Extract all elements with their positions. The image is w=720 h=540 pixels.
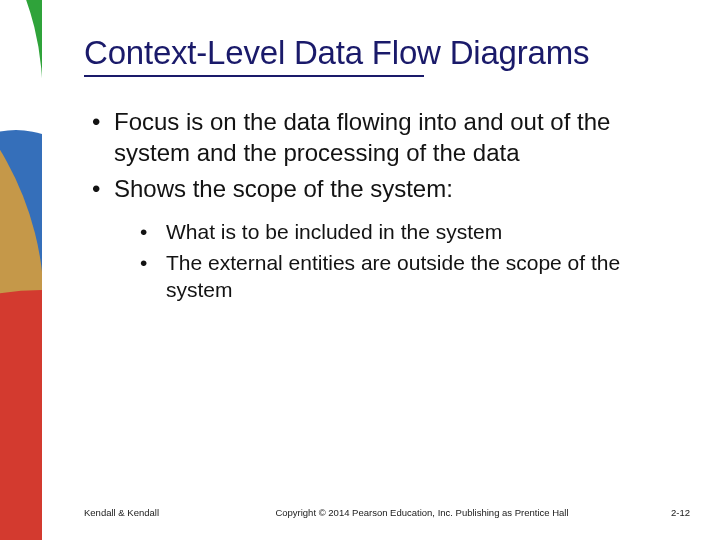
title-underline — [84, 75, 424, 77]
footer-page-number: 2-12 — [630, 507, 690, 518]
bullet-item: Shows the scope of the system: What is t… — [84, 174, 690, 303]
footer-copyright: Copyright © 2014 Pearson Education, Inc.… — [214, 507, 630, 518]
sub-bullet-item: What is to be included in the system — [138, 219, 690, 246]
slide-body: Focus is on the data flowing into and ou… — [84, 107, 690, 518]
footer-authors: Kendall & Kendall — [84, 507, 214, 518]
title-block: Context-Level Data Flow Diagrams — [84, 34, 690, 77]
footer: Kendall & Kendall Copyright © 2014 Pears… — [84, 507, 690, 518]
bullet-item: Focus is on the data flowing into and ou… — [84, 107, 690, 168]
sub-bullet-item: The external entities are outside the sc… — [138, 250, 690, 304]
sub-bullet-text: What is to be included in the system — [166, 220, 502, 243]
bullet-text: Focus is on the data flowing into and ou… — [114, 108, 610, 166]
sub-bullet-text: The external entities are outside the sc… — [166, 251, 620, 301]
slide-title: Context-Level Data Flow Diagrams — [84, 34, 690, 73]
slide: Context-Level Data Flow Diagrams Focus i… — [0, 0, 720, 540]
bullet-text: Shows the scope of the system: — [114, 175, 453, 202]
